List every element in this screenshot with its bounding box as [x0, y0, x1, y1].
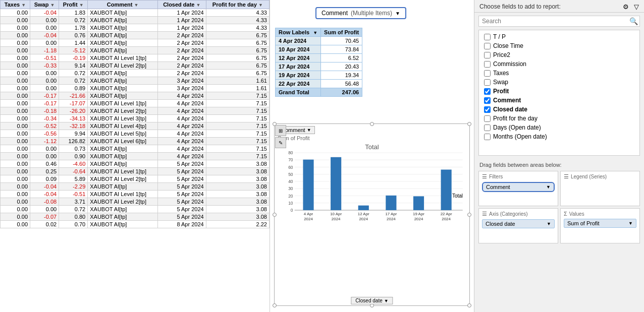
closed-date-dropdown-icon[interactable]: ▼	[384, 298, 389, 303]
row-labels-sort-icon[interactable]: ▼	[313, 30, 317, 35]
pivot-grand-total-row: Grand Total247.06	[276, 88, 362, 97]
bar-0[interactable]	[303, 160, 313, 210]
table-cell: -1.18	[30, 47, 59, 54]
field-checkbox[interactable]	[484, 70, 491, 77]
table-cell: XAUBOT AI Level 2[tp]	[88, 175, 158, 183]
resize-handle-ml[interactable]	[273, 213, 277, 217]
table-cell: 7.15	[206, 107, 269, 115]
table-cell: XAUBOT AI Level 1[tp]	[88, 168, 158, 175]
chart-comment-dropdown-icon[interactable]: ▼	[307, 128, 311, 133]
table-row: 0.00-0.04-0.51XAUBOT AI Level 1[tp]5 Apr…	[1, 191, 270, 198]
chart-tool-table[interactable]: ⊞	[275, 125, 286, 136]
col-header-swap[interactable]: Swap ▼	[30, 1, 59, 9]
resize-handle-tr[interactable]	[467, 122, 471, 126]
field-checkbox[interactable]	[484, 88, 491, 95]
values-chip-arrow[interactable]: ▼	[628, 221, 633, 226]
table-cell: 2 Apr 2024	[157, 62, 206, 70]
field-checkbox[interactable]	[484, 124, 491, 131]
table-cell: 6.75	[206, 47, 269, 54]
sort-icon[interactable]: ▼	[258, 3, 263, 8]
bar-4[interactable]	[413, 196, 424, 210]
settings-icon[interactable]: ⚙	[623, 3, 629, 11]
comment-value: (Multiple Items)	[351, 10, 392, 17]
col-header-profit[interactable]: Profit ▼	[59, 1, 88, 9]
table-cell: XAUBOT AI[tp]	[88, 221, 158, 228]
search-icon[interactable]: 🔍	[629, 17, 638, 25]
table-cell: 0.00	[30, 70, 59, 77]
field-label[interactable]: Profit for the day	[493, 115, 538, 122]
resize-handle-br[interactable]	[467, 303, 471, 307]
bar-5[interactable]	[441, 169, 452, 210]
table-cell: 3.08	[206, 213, 269, 221]
bar-2[interactable]	[358, 206, 369, 210]
field-label[interactable]: Closed date	[493, 106, 527, 113]
resize-handle-tm[interactable]	[370, 122, 374, 126]
field-label[interactable]: Profit	[493, 88, 509, 95]
filters-chip-arrow[interactable]: ▼	[546, 184, 551, 190]
values-chip[interactable]: Sum of Profit ▼	[564, 219, 636, 228]
col-header-taxes[interactable]: Taxes ▼	[1, 1, 30, 9]
sort-icon[interactable]: ▼	[21, 3, 26, 8]
axis-chip-arrow[interactable]: ▼	[547, 221, 551, 226]
table-cell: XAUBOT AI[tp]	[88, 24, 158, 32]
col-header-closed-date[interactable]: Closed date ▼	[157, 1, 206, 9]
table-cell: 0.00	[1, 54, 30, 62]
field-checkbox[interactable]	[484, 115, 491, 122]
table-cell: 3.71	[59, 198, 88, 206]
search-input[interactable]	[478, 16, 640, 27]
svg-text:2024: 2024	[387, 217, 396, 221]
table-row: 0.000.000.89XAUBOT AI[tp]3 Apr 20241.61	[1, 85, 270, 92]
filter-icon[interactable]: ▽	[634, 3, 639, 11]
field-label[interactable]: Months (Open date)	[493, 133, 547, 140]
filters-chip[interactable]: Comment ▼	[482, 182, 555, 192]
chart-tool-pen[interactable]: ✎	[275, 137, 286, 148]
sort-icon[interactable]: ▼	[50, 3, 55, 8]
field-label[interactable]: Days (Open date)	[493, 124, 541, 131]
legend-title: ☰ Legend (Series)	[564, 173, 636, 180]
legend-label: Total	[452, 193, 463, 199]
field-label[interactable]: Swap	[493, 79, 508, 86]
resize-handle-mr[interactable]	[467, 213, 471, 217]
table-cell: 0.00	[1, 168, 30, 175]
pivot-row: 10 Apr 202473.84	[276, 45, 362, 54]
col-header-comment[interactable]: Comment ▼	[88, 1, 158, 9]
axis-area: ☰ Axis (Categories) Closed date ▼	[478, 208, 558, 243]
table-cell: 0.00	[1, 145, 30, 153]
bar-3[interactable]	[386, 196, 396, 210]
field-checkbox[interactable]	[484, 79, 491, 86]
bar-1[interactable]	[331, 157, 341, 210]
pivot-table-wrapper: Row Labels ▼ Sum of Profit 4 Apr 202470.…	[275, 28, 362, 97]
field-label[interactable]: Price2	[493, 51, 510, 58]
chart-legend: Total	[446, 193, 463, 199]
pivot-row: 19 Apr 202419.34	[276, 71, 362, 80]
field-checkbox[interactable]	[484, 43, 491, 49]
svg-text:20: 20	[288, 194, 293, 199]
field-label[interactable]: T / P	[493, 33, 506, 40]
field-label[interactable]: Comment	[493, 97, 521, 104]
resize-handle-bl[interactable]	[273, 303, 277, 307]
col-header-profit-for-the-day[interactable]: Profit for the day ▼	[206, 1, 269, 9]
field-checkbox[interactable]	[484, 134, 491, 140]
filter-dropdown-icon[interactable]: ▼	[395, 11, 400, 16]
sort-icon[interactable]: ▼	[196, 3, 201, 8]
field-checkbox[interactable]	[484, 52, 491, 58]
axis-chip[interactable]: Closed date ▼	[482, 219, 555, 228]
field-checkbox[interactable]	[484, 34, 491, 40]
table-row: 0.00-0.070.80XAUBOT AI[tp]5 Apr 20243.08	[1, 213, 270, 221]
field-label[interactable]: Commission	[493, 60, 526, 68]
table-cell: -4.60	[59, 160, 88, 168]
field-label[interactable]: Close Time	[493, 42, 523, 49]
table-cell: 1.61	[206, 77, 269, 85]
field-checkbox[interactable]	[484, 61, 491, 68]
svg-text:2024: 2024	[359, 217, 368, 221]
row-labels-header[interactable]: Row Labels ▼	[276, 28, 321, 37]
table-cell: 1.78	[59, 24, 88, 32]
field-checkbox[interactable]	[484, 97, 491, 104]
comment-filter-button[interactable]: Comment (Multiple Items) ▼	[315, 7, 406, 19]
sort-icon[interactable]: ▼	[134, 3, 139, 8]
field-label[interactable]: Taxes	[493, 70, 509, 77]
sort-icon[interactable]: ▼	[79, 3, 84, 8]
chart-closed-date-button[interactable]: Closed date ▼	[351, 297, 393, 304]
field-checkbox[interactable]	[484, 106, 491, 113]
field-item: T / P	[484, 32, 634, 41]
